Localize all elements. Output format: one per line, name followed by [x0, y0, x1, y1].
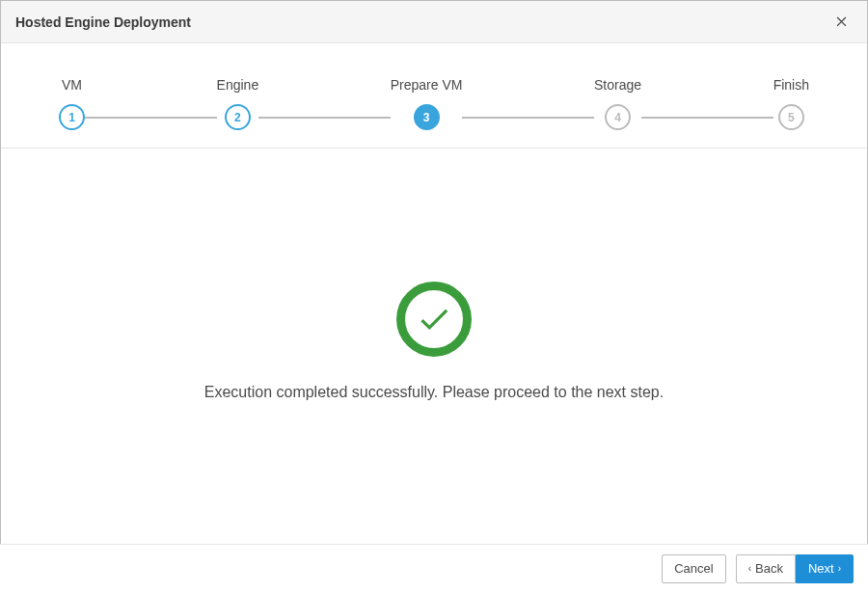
back-button[interactable]: ‹ Back	[736, 554, 796, 583]
cancel-button-label: Cancel	[674, 559, 713, 579]
wizard-content: Execution completed successfully. Please…	[1, 148, 867, 534]
cancel-button[interactable]: Cancel	[662, 554, 725, 583]
step-connector	[258, 117, 391, 119]
step-circle: 4	[605, 104, 631, 130]
step-storage[interactable]: Storage 4	[594, 77, 641, 130]
status-message: Execution completed successfully. Please…	[204, 384, 664, 401]
chevron-right-icon: ›	[838, 564, 841, 574]
step-prepare-vm[interactable]: Prepare VM 3	[391, 77, 463, 130]
step-engine[interactable]: Engine 2	[217, 77, 259, 130]
next-button-label: Next	[808, 559, 834, 579]
close-icon	[834, 13, 849, 31]
step-finish[interactable]: Finish 5	[773, 77, 809, 130]
step-connector	[641, 117, 773, 119]
step-label: Storage	[594, 77, 641, 93]
step-circle: 2	[225, 104, 251, 130]
success-icon	[396, 282, 472, 357]
step-label: Finish	[773, 77, 809, 93]
wizard-stepper: VM 1 Engine 2 Prepare VM 3 Storage 4 Fin…	[1, 43, 867, 148]
chevron-left-icon: ‹	[748, 564, 751, 574]
back-button-label: Back	[755, 559, 783, 579]
step-circle: 3	[414, 104, 440, 130]
step-connector	[85, 117, 217, 119]
step-circle: 5	[778, 104, 804, 130]
next-button[interactable]: Next ›	[796, 554, 854, 583]
step-vm[interactable]: VM 1	[59, 77, 85, 130]
step-label: VM	[62, 77, 82, 93]
step-connector	[462, 117, 594, 119]
dialog-header: Hosted Engine Deployment	[1, 1, 867, 43]
step-circle: 1	[59, 104, 85, 130]
step-label: Prepare VM	[391, 77, 463, 93]
wizard-footer: Cancel ‹ Back Next ›	[0, 544, 868, 593]
close-button[interactable]	[830, 10, 853, 35]
dialog-title: Hosted Engine Deployment	[15, 14, 191, 30]
step-label: Engine	[217, 77, 259, 93]
